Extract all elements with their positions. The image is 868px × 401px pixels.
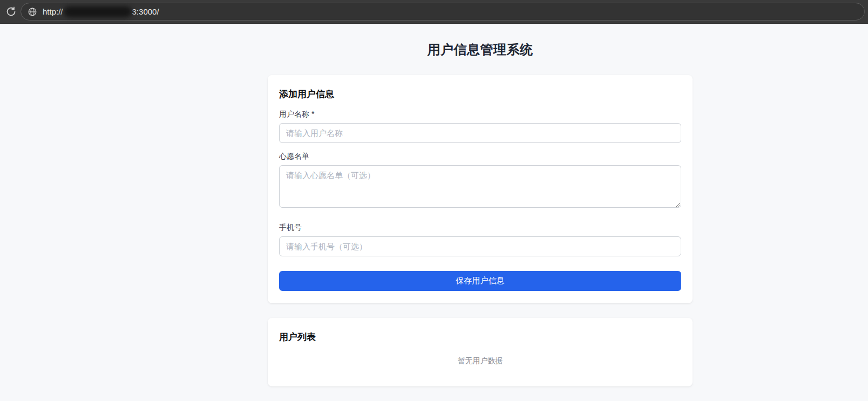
browser-topbar: http:// 3:3000/ <box>0 0 868 24</box>
redacted-url-blur <box>64 6 132 17</box>
url-prefix: http:// <box>43 7 63 16</box>
phone-input[interactable] <box>279 236 681 256</box>
url-text: http:// 3:3000/ <box>43 6 159 17</box>
globe-icon <box>28 7 37 17</box>
wishlist-textarea[interactable] <box>279 165 681 208</box>
url-suffix: 3:3000/ <box>132 7 159 16</box>
wishlist-label: 心愿名单 <box>279 152 681 161</box>
address-bar[interactable]: http:// 3:3000/ <box>21 3 865 21</box>
main-content: 用户信息管理系统 添加用户信息 用户名称 * 心愿名单 手机号 保存用户信息 用… <box>268 41 693 386</box>
username-input[interactable] <box>279 123 681 143</box>
list-card-heading: 用户列表 <box>279 331 681 343</box>
user-list-card: 用户列表 暂无用户数据 <box>268 318 693 386</box>
form-card-heading: 添加用户信息 <box>279 88 681 100</box>
reload-icon <box>5 6 17 17</box>
reload-button[interactable] <box>2 3 19 21</box>
save-user-button[interactable]: 保存用户信息 <box>279 271 681 291</box>
page-title: 用户信息管理系统 <box>268 41 693 58</box>
phone-label: 手机号 <box>279 223 681 233</box>
username-field-group: 用户名称 * <box>279 110 681 143</box>
add-user-card: 添加用户信息 用户名称 * 心愿名单 手机号 保存用户信息 <box>268 75 693 303</box>
username-label: 用户名称 * <box>279 110 681 119</box>
wishlist-field-group: 心愿名单 <box>279 152 681 210</box>
empty-state-text: 暂无用户数据 <box>279 356 681 366</box>
phone-field-group: 手机号 <box>279 223 681 256</box>
